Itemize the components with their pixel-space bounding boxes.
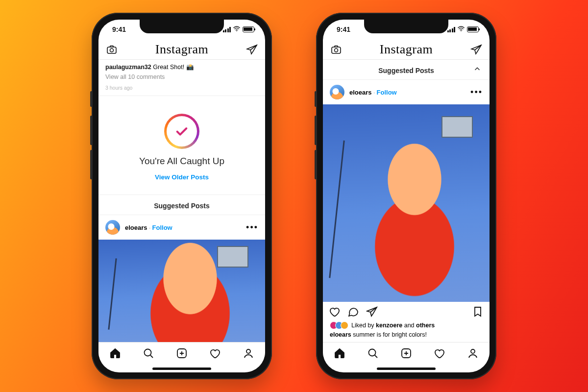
svg-rect-1 [107,47,116,53]
notch [140,20,224,33]
promo-background: 9:41 Instagram paula [0,0,588,392]
like-icon[interactable] [329,306,341,319]
share-icon[interactable] [366,306,378,319]
feed-content: Suggested Posts eloears · Follow ••• [323,60,490,342]
bottom-tab-bar [323,342,490,366]
post-caption[interactable]: eloears summer is for bright colors! [323,331,490,342]
svg-point-11 [471,349,475,353]
screen-right: 9:41 Instagram Suggested Posts [323,20,490,372]
post-photo[interactable] [98,240,265,342]
home-tab-icon[interactable] [109,347,121,361]
post-comment-block: paulaguzman32 Great Shot! 📸 View all 10 … [98,60,265,96]
avatar[interactable] [330,85,344,99]
direct-message-icon[interactable] [470,43,483,56]
post-time-ago: 3 hours ago [105,84,258,92]
liked-by-others: others [416,322,435,329]
battery-icon [243,26,254,32]
home-tab-icon[interactable] [334,347,345,361]
post-action-bar [323,302,490,321]
post-username[interactable]: eloears [125,224,147,231]
camera-icon[interactable] [105,43,118,56]
comment-username: paulaguzman32 [105,64,151,71]
instagram-logo: Instagram [155,42,208,57]
bottom-tab-bar [98,342,265,366]
new-post-tab-icon[interactable] [176,347,188,361]
phone-mockup-left: 9:41 Instagram paula [92,13,272,379]
suggested-posts-header: Suggested Posts [98,195,265,215]
chevron-up-icon[interactable] [473,65,482,75]
status-time: 9:41 [337,25,350,33]
svg-point-0 [236,30,237,31]
view-older-posts-link[interactable]: View Older Posts [155,173,209,181]
suggested-posts-header[interactable]: Suggested Posts [323,60,490,79]
liker-avatars [330,321,348,329]
instagram-logo: Instagram [380,42,433,57]
comment-text: Great Shot! 📸 [153,64,194,71]
follow-link[interactable]: Follow [152,224,172,231]
cellular-icon [223,27,231,32]
suggested-post-header-row[interactable]: eloears · Follow ••• [323,79,490,104]
svg-rect-7 [332,47,341,53]
follow-link[interactable]: Follow [377,89,397,96]
comment-icon[interactable] [347,306,359,319]
caught-up-check-icon [164,114,199,149]
liked-by-prefix: Liked by [351,322,376,329]
caught-up-title: You're All Caught Up [139,156,224,167]
status-indicators [447,25,479,33]
likes-row[interactable]: Liked by kenzoere and others [323,321,490,331]
notch [364,20,448,33]
suggested-post-header-row[interactable]: eloears · Follow ••• [98,215,265,240]
liked-by-suffix: and [402,322,416,329]
caught-up-card: You're All Caught Up View Older Posts [98,96,265,195]
separator-dot: · [147,224,152,231]
screen-left: 9:41 Instagram paula [98,20,265,372]
avatar[interactable] [105,220,120,235]
svg-point-9 [369,349,376,356]
app-header: Instagram [98,39,265,60]
search-tab-icon[interactable] [367,347,379,361]
app-header: Instagram [323,39,490,60]
profile-tab-icon[interactable] [467,347,479,361]
camera-icon[interactable] [330,43,343,56]
svg-point-2 [110,49,114,52]
post-username[interactable]: eloears [349,89,372,96]
status-time: 9:41 [112,25,126,33]
activity-tab-icon[interactable] [434,347,445,361]
home-indicator [98,366,265,372]
phone-mockup-right: 9:41 Instagram Suggested Posts [316,13,496,379]
cellular-icon [447,27,456,32]
battery-icon [467,26,479,32]
caption-username: eloears [330,331,351,338]
direct-message-icon[interactable] [245,43,258,56]
feed-content: paulaguzman32 Great Shot! 📸 View all 10 … [98,60,265,342]
wifi-icon [233,25,241,33]
suggested-posts-label: Suggested Posts [378,67,434,74]
status-indicators [223,25,255,33]
search-tab-icon[interactable] [143,347,154,361]
caption-text: summer is for bright colors! [351,331,427,338]
new-post-tab-icon[interactable] [400,347,412,361]
post-photo[interactable] [323,104,490,302]
svg-point-8 [335,49,338,52]
svg-point-6 [461,30,462,31]
post-comment[interactable]: paulaguzman32 Great Shot! 📸 [105,63,258,72]
svg-point-3 [145,349,151,356]
wifi-icon [457,25,465,33]
view-all-comments-link[interactable]: View all 10 comments [105,73,258,81]
liked-by-user: kenzoere [376,322,402,329]
separator-dot: · [372,89,377,96]
activity-tab-icon[interactable] [209,347,221,361]
home-indicator [323,366,490,372]
svg-point-5 [246,349,250,353]
profile-tab-icon[interactable] [243,347,254,361]
suggested-posts-label: Suggested Posts [154,202,210,210]
bookmark-icon[interactable] [472,306,484,319]
